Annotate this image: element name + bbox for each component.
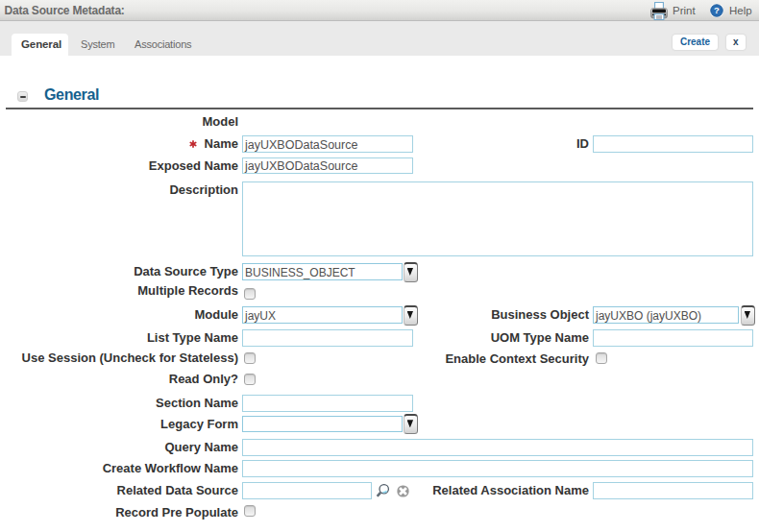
svg-text:?: ? [714,5,720,15]
